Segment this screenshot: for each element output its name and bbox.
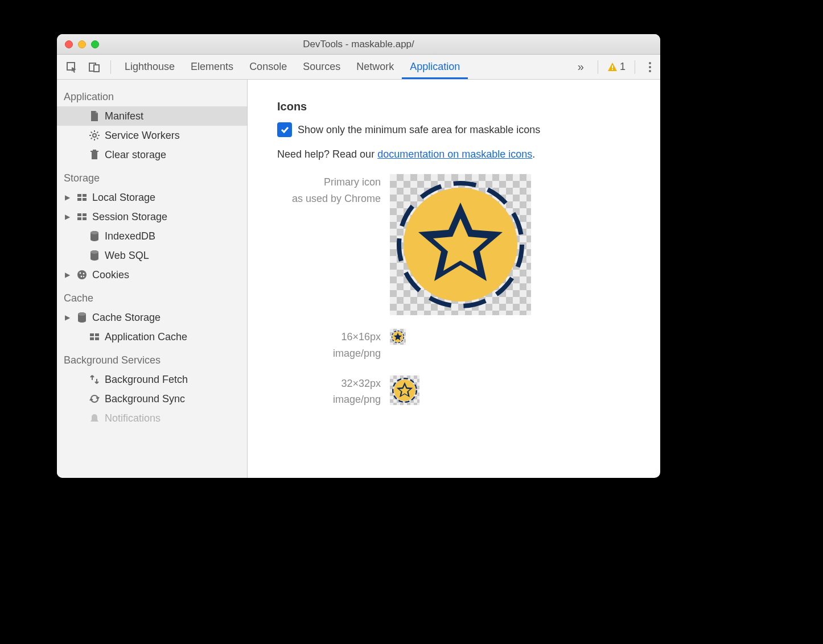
svg-point-18 [90,231,98,234]
svg-point-24 [81,276,83,278]
sidebar-item-cookies[interactable]: ▶ Cookies [57,265,247,284]
database-icon [76,312,88,323]
star-circle-icon [396,180,525,309]
window-title: DevTools - maskable.app/ [57,39,660,50]
sidebar-item-label: Background Sync [105,393,185,405]
sidebar-section-storage: Storage [57,164,247,188]
sidebar-item-label: Cache Storage [92,312,161,324]
content-area: Application Manifest Service Workers [57,80,660,478]
sidebar-item-label: Cookies [92,269,129,281]
icon-size-label: 32×32px [248,375,381,392]
sidebar-item-label: Notifications [105,412,161,424]
svg-point-5 [93,134,96,137]
svg-rect-14 [92,152,97,159]
panel-tabs: Lighthouse Elements Console Sources Netw… [117,55,468,79]
bell-icon [89,413,100,423]
svg-point-23 [83,273,85,275]
sidebar-item-label: Manifest [105,110,143,122]
primary-icon-label-1: Primary icon [248,174,381,191]
help-text: Need help? Read our documentation on mas… [248,148,660,160]
grid-icon [76,194,88,201]
sidebar-item-notifications[interactable]: Notifications [57,408,247,428]
devtools-window: DevTools - maskable.app/ Lighthouse Elem… [57,34,660,478]
database-icon [89,231,100,241]
svg-point-20 [90,250,98,254]
safe-area-checkbox-row[interactable]: Show only the minimum safe area for mask… [248,122,660,137]
chevron-right-icon: ▶ [65,271,72,279]
grid-icon [76,213,88,220]
sidebar-item-label: Clear storage [105,149,166,161]
sidebar-item-indexeddb[interactable]: IndexedDB [57,226,247,246]
primary-icon-label-2: as used by Chrome [248,191,381,207]
warnings-badge[interactable]: 1 [607,61,626,73]
tab-console[interactable]: Console [241,55,295,79]
safe-area-checkbox[interactable] [277,122,292,137]
toolbar: Lighthouse Elements Console Sources Netw… [57,55,660,80]
sidebar-item-session-storage[interactable]: ▶ Session Storage [57,207,247,226]
star-circle-icon [392,331,404,343]
sidebar-section-bg-services: Background Services [57,346,247,370]
svg-rect-3 [612,65,613,68]
main-panel: Icons Show only the minimum safe area fo… [248,80,660,478]
sidebar-item-label: Local Storage [92,192,155,204]
sidebar-item-service-workers[interactable]: Service Workers [57,126,247,145]
sidebar-item-label: IndexedDB [105,230,155,242]
warning-count: 1 [620,61,626,73]
sidebar-item-background-sync[interactable]: Background Sync [57,389,247,408]
fetch-icon [89,374,100,385]
sidebar-item-application-cache[interactable]: Application Cache [57,327,247,346]
sidebar-item-local-storage[interactable]: ▶ Local Storage [57,188,247,207]
sidebar: Application Manifest Service Workers [57,80,248,478]
svg-line-13 [97,132,98,133]
safe-area-checkbox-label: Show only the minimum safe area for mask… [298,124,540,136]
section-heading-icons: Icons [248,100,660,122]
svg-rect-16 [93,150,96,151]
database-icon [89,250,100,261]
svg-line-12 [91,138,92,139]
sidebar-item-background-fetch[interactable]: Background Fetch [57,370,247,389]
svg-point-25 [83,276,84,277]
sidebar-item-label: Web SQL [105,250,149,262]
sidebar-item-label: Session Storage [92,211,167,223]
icon-row-16: 16×16px image/png [248,329,660,362]
toolbar-divider [110,60,111,74]
sync-icon [89,394,100,404]
icon-preview-16 [390,329,406,345]
trash-icon [89,150,100,160]
svg-point-27 [78,312,86,316]
warning-icon [607,62,618,72]
sidebar-item-label: Service Workers [105,130,180,142]
inspect-element-icon[interactable] [61,58,82,76]
icon-mime-label: image/png [248,345,381,362]
icon-row-32: 32×32px image/png [248,375,660,408]
svg-rect-4 [612,69,613,70]
check-icon [280,125,289,134]
grid-icon [89,333,100,340]
settings-kebab-button[interactable] [644,59,656,76]
tab-sources[interactable]: Sources [295,55,348,79]
sidebar-item-label: Background Fetch [105,374,188,386]
tab-elements[interactable]: Elements [183,55,241,79]
svg-line-10 [91,132,92,133]
svg-point-22 [80,273,81,274]
sidebar-section-application: Application [57,83,247,106]
titlebar: DevTools - maskable.app/ [57,34,660,55]
tab-network[interactable]: Network [348,55,402,79]
documentation-link[interactable]: documentation on maskable icons [377,148,532,160]
sidebar-item-manifest[interactable]: Manifest [57,106,247,126]
svg-line-11 [97,138,98,139]
toolbar-divider [635,60,635,74]
sidebar-item-web-sql[interactable]: Web SQL [57,246,247,265]
device-toggle-icon[interactable] [84,58,105,76]
tabs-overflow-button[interactable]: » [573,57,589,77]
chevron-right-icon: ▶ [65,213,72,221]
sidebar-item-clear-storage[interactable]: Clear storage [57,145,247,164]
tab-lighthouse[interactable]: Lighthouse [117,55,183,79]
file-icon [89,111,100,121]
sidebar-item-cache-storage[interactable]: ▶ Cache Storage [57,308,247,327]
tab-application[interactable]: Application [402,55,468,79]
toolbar-divider [598,60,598,74]
star-circle-icon [392,378,417,403]
icon-mime-label: image/png [248,391,381,408]
svg-rect-15 [90,151,98,152]
